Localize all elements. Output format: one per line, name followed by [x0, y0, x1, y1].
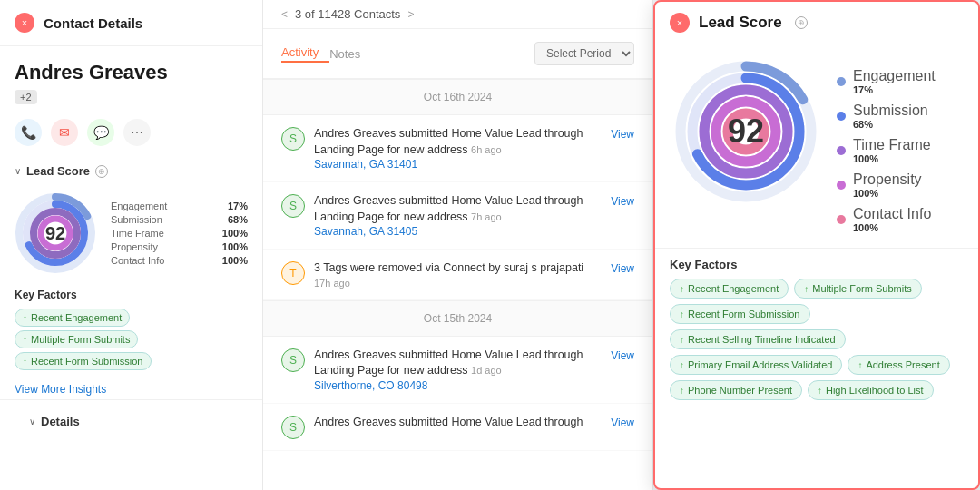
email-button[interactable]: ✉	[51, 119, 78, 146]
factor-multiple-forms[interactable]: ↑Multiple Form Submits	[794, 279, 921, 299]
factor-high-likelihood[interactable]: ↑High Likelihood to List	[808, 380, 934, 400]
nav-info: 3 of 11428 Contacts	[295, 7, 400, 21]
right-panel-lead-score: × Lead Score ⊕ 92	[653, 0, 980, 490]
activity-content: Andres Greaves submitted Home Value Lead…	[314, 415, 602, 431]
panel-title: Contact Details	[44, 15, 142, 31]
legend-label-engagement: Engagement	[853, 68, 936, 84]
left-panel: × Contact Details Andres Greaves +2 📞 ✉ …	[0, 0, 263, 490]
factor-chip-recent-engagement[interactable]: ↑Recent Engagement	[15, 309, 130, 327]
factor-label: Multiple Form Submits	[31, 334, 130, 345]
left-header: × Contact Details	[0, 0, 262, 46]
activity-item: S Andres Greaves submitted Home Value Le…	[263, 404, 652, 451]
arrow-icon: ↑	[680, 284, 684, 294]
tag-badge[interactable]: +2	[15, 90, 37, 104]
activity-icon-submit: S	[281, 127, 305, 151]
activity-item: S Andres Greaves submitted Home Value Le…	[263, 115, 652, 182]
activity-text: 3 Tags were removed via Connect by suraj…	[314, 260, 602, 277]
factor-recent-form[interactable]: ↑Recent Form Submission	[670, 304, 810, 324]
legend-label-propensity: Propensity	[853, 172, 922, 188]
lead-score-section-header[interactable]: ∨ Lead Score ⊕	[0, 157, 262, 185]
activity-text: Andres Greaves submitted Home Value Lead…	[314, 193, 602, 225]
arrow-icon: ↑	[818, 386, 822, 396]
close-left-button[interactable]: ×	[15, 13, 34, 33]
action-icons-bar: 📞 ✉ 💬 ⋯	[0, 112, 262, 157]
donut-chart-large: 92	[673, 59, 818, 204]
view-link[interactable]: View	[611, 260, 634, 275]
factor-chips-small: ↑Recent Engagement ↑Multiple Form Submit…	[15, 307, 248, 372]
date-separator-oct15: Oct 15th 2024	[263, 300, 652, 337]
contactinfo-label: Contact Info	[111, 255, 164, 266]
propensity-label: Propensity	[111, 241, 158, 252]
legend-dot-engagement	[837, 77, 846, 86]
lead-score-small-widget: 92 Engagement17% Submission68% Time Fram…	[0, 185, 262, 285]
legend-value-engagement: 17%	[853, 84, 936, 95]
legend-dot-contactinfo	[837, 215, 846, 224]
nav-prev[interactable]: <	[281, 8, 288, 21]
view-link[interactable]: View	[611, 415, 634, 429]
factor-address-present[interactable]: ↑Address Present	[848, 355, 949, 375]
factor-chip-recent-form[interactable]: ↑Recent Form Submission	[15, 352, 152, 370]
view-link[interactable]: View	[611, 348, 634, 362]
donut-score-small: 92	[45, 223, 65, 244]
tab-activity[interactable]: Activity	[281, 45, 329, 63]
activity-time: 7h ago	[471, 211, 502, 222]
factor-recent-engagement[interactable]: ↑Recent Engagement	[670, 279, 789, 299]
details-section-header[interactable]: ∨ Details	[15, 407, 248, 436]
contact-name-area: Andres Greaves +2	[0, 46, 262, 112]
right-panel-title: Lead Score	[699, 14, 782, 32]
view-link[interactable]: View	[611, 126, 634, 141]
more-button[interactable]: ⋯	[123, 119, 151, 146]
arrow-icon: ↑	[680, 309, 684, 319]
activity-item: T 3 Tags were removed via Connect by sur…	[263, 250, 652, 300]
factors-grid: ↑Recent Engagement ↑Multiple Form Submit…	[670, 279, 964, 400]
view-link[interactable]: View	[611, 193, 634, 208]
factor-phone-present[interactable]: ↑Phone Number Present	[670, 380, 802, 400]
activity-text: Andres Greaves submitted Home Value Lead…	[314, 126, 602, 158]
engagement-value: 17%	[228, 201, 248, 211]
date-separator-oct16: Oct 16th 2024	[263, 79, 652, 115]
factor-selling-timeline[interactable]: ↑Recent Selling Timeline Indicated	[670, 329, 846, 349]
nav-next[interactable]: >	[407, 8, 414, 21]
right-info-icon[interactable]: ⊕	[795, 16, 808, 29]
big-score-area: 92 Engagement17% Submission68% Time Fram…	[655, 44, 978, 248]
legend-dot-propensity	[837, 181, 846, 190]
factor-email-validated[interactable]: ↑Primary Email Address Validated	[670, 355, 842, 375]
legend-value-contactinfo: 100%	[853, 222, 931, 233]
key-factors-small-title: Key Factors	[15, 289, 248, 301]
lead-score-chevron: ∨	[15, 166, 21, 176]
activity-text: Andres Greaves submitted Home Value Lead…	[314, 348, 602, 379]
lead-score-info-icon[interactable]: ⊕	[95, 165, 108, 178]
lead-score-title: Lead Score	[26, 164, 90, 178]
close-right-button[interactable]: ×	[670, 13, 690, 33]
activity-item: S Andres Greaves submitted Home Value Le…	[263, 337, 652, 404]
activity-feed: Oct 16th 2024 S Andres Greaves submitted…	[263, 79, 652, 490]
activity-location: Savannah, GA 31405	[314, 225, 602, 238]
legend-value-timeframe: 100%	[853, 153, 931, 164]
legend-item-contactinfo: Contact Info100%	[837, 206, 936, 233]
legend-value-submission: 68%	[853, 119, 928, 130]
middle-panel: < 3 of 11428 Contacts > Activity Notes S…	[263, 0, 653, 490]
phone-button[interactable]: 📞	[15, 119, 42, 146]
activity-icon-tag: T	[281, 261, 305, 285]
chat-button[interactable]: 💬	[87, 119, 114, 146]
tab-notes[interactable]: Notes	[329, 47, 371, 61]
activity-location: Silverthorne, CO 80498	[314, 379, 602, 392]
legend-dot-submission	[837, 112, 846, 121]
activity-content: Andres Greaves submitted Home Value Lead…	[314, 126, 602, 171]
legend-label-submission: Submission	[853, 103, 928, 119]
contact-name: Andres Greaves	[15, 61, 248, 84]
activity-header: Activity Notes Select Period	[263, 29, 652, 79]
engagement-label: Engagement	[111, 201, 167, 211]
arrow-icon: ↑	[858, 360, 862, 370]
legend-value-propensity: 100%	[853, 188, 922, 199]
legend-item-propensity: Propensity100%	[837, 172, 936, 199]
activity-text: Andres Greaves submitted Home Value Lead…	[314, 415, 602, 431]
view-more-insights-link[interactable]: View More Insights	[0, 379, 262, 399]
factor-chip-multiple-forms[interactable]: ↑Multiple Form Submits	[15, 330, 138, 348]
activity-icon-submit: S	[281, 416, 305, 439]
arrow-icon: ↑	[680, 360, 684, 370]
activity-content: Andres Greaves submitted Home Value Lead…	[314, 348, 602, 392]
donut-chart-small: 92	[15, 192, 96, 274]
period-select[interactable]: Select Period	[534, 42, 634, 65]
timeframe-label: Time Frame	[111, 228, 164, 239]
